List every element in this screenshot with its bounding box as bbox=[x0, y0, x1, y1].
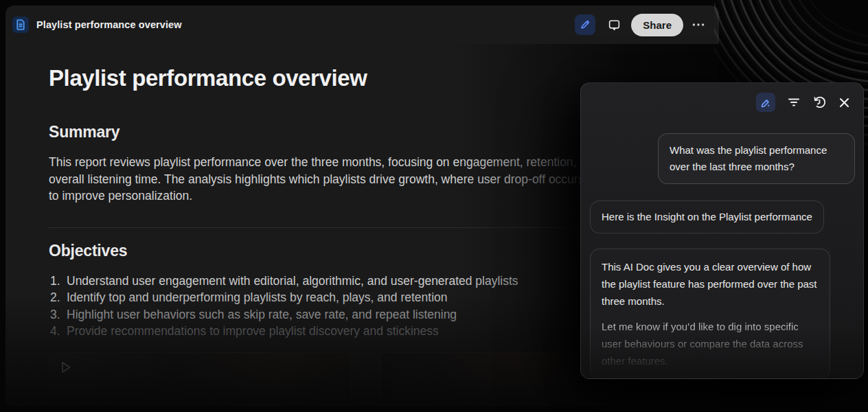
ai-edit-icon[interactable] bbox=[756, 93, 775, 112]
list-item-number: 2. bbox=[49, 289, 62, 306]
document-title-topbar: Playlist performance overview bbox=[36, 19, 182, 30]
assistant-message-paragraph: Let me know if you’d like to dig into sp… bbox=[602, 318, 819, 369]
share-button[interactable]: Share bbox=[631, 14, 683, 36]
play-icon bbox=[60, 360, 72, 374]
chat-toolbar bbox=[581, 83, 863, 112]
comment-icon[interactable] bbox=[604, 14, 624, 35]
document-icon bbox=[12, 16, 29, 33]
list-item-number: 4. bbox=[49, 323, 62, 340]
ai-chat-panel: What was the playlist performance over t… bbox=[580, 82, 864, 379]
more-ellipsis-icon[interactable] bbox=[689, 14, 708, 35]
topbar: Playlist performance overview Share bbox=[5, 5, 719, 44]
list-item-text: Identify top and underperforming playlis… bbox=[62, 289, 448, 306]
image-embed-card[interactable] bbox=[380, 352, 586, 407]
assistant-message-paragraph: This AI Doc gives you a clear overview o… bbox=[602, 258, 819, 310]
media-embed-card[interactable] bbox=[49, 352, 351, 407]
history-icon[interactable] bbox=[812, 95, 827, 110]
filter-icon[interactable] bbox=[787, 97, 801, 108]
list-item-text: Understand user engagement with editoria… bbox=[62, 273, 518, 290]
section-divider bbox=[49, 227, 591, 228]
list-item-number: 1. bbox=[49, 273, 62, 290]
chat-messages: What was the playlist performance over t… bbox=[581, 133, 863, 379]
list-item-number: 3. bbox=[49, 306, 62, 323]
close-icon[interactable] bbox=[838, 97, 850, 108]
edit-pencil-icon[interactable] bbox=[575, 14, 595, 35]
assistant-message-bubble: This AI Doc gives you a clear overview o… bbox=[590, 249, 830, 379]
embedded-cards-row bbox=[49, 352, 586, 407]
assistant-message-bubble: Here is the Insight on the Playlist perf… bbox=[590, 201, 824, 233]
user-message-bubble: What was the playlist performance over t… bbox=[658, 133, 855, 184]
list-item-text: Provide recommendations to improve playl… bbox=[62, 323, 439, 340]
list-item-text: Highlight user behaviors such as skip ra… bbox=[62, 306, 457, 323]
